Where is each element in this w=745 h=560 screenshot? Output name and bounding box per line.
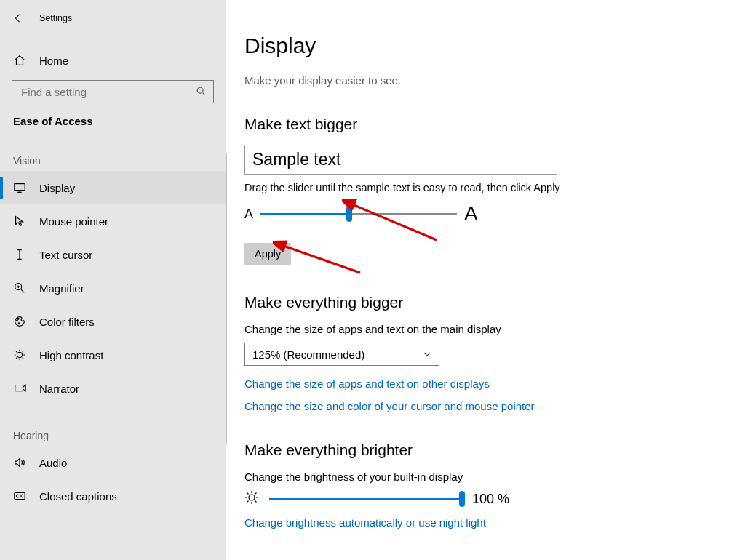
- sidebar-home[interactable]: Home: [0, 45, 226, 76]
- text-size-slider[interactable]: [260, 207, 457, 221]
- text-cursor-icon: [13, 248, 26, 261]
- sidebar-item-mouse-pointer[interactable]: Mouse pointer: [0, 204, 226, 238]
- svg-line-11: [282, 245, 360, 273]
- sidebar-item-label: Magnifier: [39, 282, 84, 295]
- svg-rect-1: [15, 184, 25, 191]
- home-label: Home: [39, 55, 68, 67]
- page-subtitle: Make your display easier to see.: [244, 74, 716, 87]
- scale-description: Change the size of apps and text on the …: [244, 323, 716, 335]
- sidebar-item-display[interactable]: Display: [0, 171, 226, 204]
- apply-button[interactable]: Apply: [244, 243, 291, 265]
- palette-icon: [13, 315, 26, 328]
- sidebar-item-magnifier[interactable]: Magnifier: [0, 271, 226, 305]
- svg-point-3: [17, 320, 18, 321]
- link-other-displays[interactable]: Change the size of apps and text on othe…: [244, 377, 716, 390]
- back-icon[interactable]: [13, 13, 23, 23]
- search-icon: [196, 86, 207, 97]
- search-input[interactable]: [20, 85, 196, 99]
- link-night-light[interactable]: Change brightness automatically or use n…: [244, 516, 716, 529]
- window-title: Settings: [39, 13, 72, 23]
- scroll-indicator[interactable]: [226, 153, 227, 444]
- big-a-label: A: [464, 202, 478, 225]
- display-icon: [13, 181, 26, 194]
- page-title: Display: [244, 33, 716, 58]
- home-icon: [13, 54, 26, 67]
- section-make-everything-brighter: Make everything brighter: [244, 441, 716, 459]
- main-content: Display Make your display easier to see.…: [226, 0, 745, 560]
- brightness-description: Change the brightness of your built-in d…: [244, 471, 716, 483]
- sample-text-box: Sample text: [244, 145, 557, 175]
- group-vision: Vision: [0, 130, 226, 171]
- scale-selected: 125% (Recommended): [252, 348, 364, 361]
- sidebar-item-label: Display: [39, 182, 75, 194]
- scale-dropdown[interactable]: 125% (Recommended): [244, 343, 439, 366]
- sidebar-item-label: Color filters: [39, 316, 95, 328]
- brightness-value: 100 %: [472, 492, 509, 507]
- audio-icon: [13, 456, 26, 469]
- svg-point-0: [197, 87, 203, 93]
- sidebar-item-text-cursor[interactable]: Text cursor: [0, 238, 226, 271]
- sidebar-item-label: Text cursor: [39, 249, 92, 261]
- small-a-label: A: [244, 207, 253, 222]
- cc-icon: [13, 489, 26, 503]
- text-slider-hint: Drag the slider until the sample text is…: [244, 182, 716, 193]
- chevron-down-icon: [423, 348, 431, 361]
- svg-rect-7: [15, 385, 23, 391]
- svg-point-6: [17, 352, 22, 357]
- cursor-icon: [13, 215, 26, 228]
- section-make-text-bigger: Make text bigger: [244, 116, 716, 133]
- brightness-slider[interactable]: [269, 492, 462, 506]
- sidebar-item-narrator[interactable]: Narrator: [0, 372, 226, 405]
- sidebar-item-color-filters[interactable]: Color filters: [0, 305, 226, 338]
- sidebar-item-label: High contrast: [39, 349, 103, 361]
- sidebar-item-label: Mouse pointer: [39, 215, 108, 228]
- sidebar-item-audio[interactable]: Audio: [0, 446, 226, 479]
- section-make-everything-bigger: Make everything bigger: [244, 294, 716, 311]
- sidebar: Settings Home Ease of Access Visi: [0, 0, 226, 560]
- narrator-icon: [13, 382, 26, 395]
- magnifier-icon: [13, 281, 26, 295]
- group-hearing: Hearing: [0, 405, 226, 446]
- sidebar-item-high-contrast[interactable]: High contrast: [0, 338, 226, 372]
- svg-point-4: [17, 319, 19, 320]
- brightness-icon: [244, 490, 259, 508]
- contrast-icon: [13, 348, 26, 361]
- sidebar-item-closed-captions[interactable]: Closed captions: [0, 479, 226, 513]
- svg-point-9: [249, 495, 255, 500]
- titlebar: Settings: [0, 6, 226, 31]
- sidebar-category: Ease of Access: [0, 103, 226, 130]
- link-cursor-settings[interactable]: Change the size and color of your cursor…: [244, 400, 716, 412]
- search-field[interactable]: [12, 80, 214, 103]
- sidebar-item-label: Audio: [39, 457, 67, 469]
- sidebar-item-label: Narrator: [39, 383, 79, 395]
- svg-point-5: [18, 323, 20, 324]
- sidebar-item-label: Closed captions: [39, 490, 117, 503]
